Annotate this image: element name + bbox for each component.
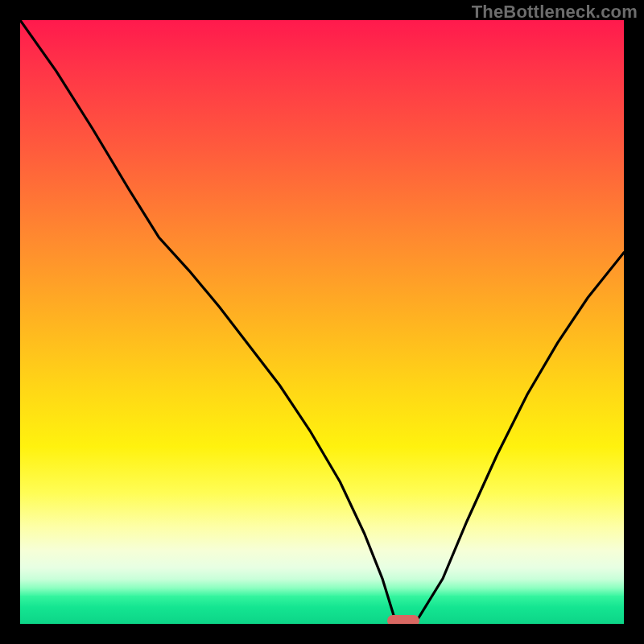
plot-area xyxy=(20,20,624,624)
chart-frame: TheBottleneck.com xyxy=(0,0,644,644)
bottleneck-curve xyxy=(20,20,624,624)
optimal-marker xyxy=(387,615,419,624)
bottleneck-curve-path xyxy=(20,20,624,618)
